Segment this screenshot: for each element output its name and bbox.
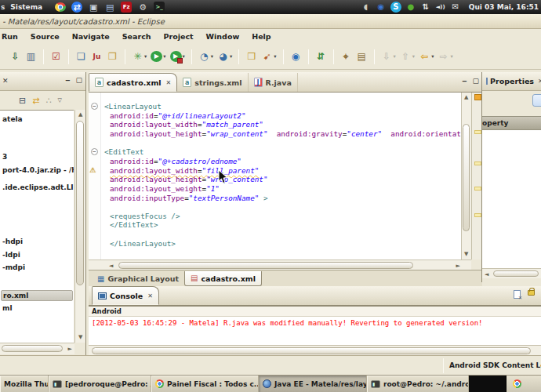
close-icon[interactable]: ✕ bbox=[2, 77, 9, 85]
minimize-icon[interactable]: ‒ bbox=[65, 76, 70, 84]
editor-tab-cadastro-xml[interactable]: acadastro.xml✕ bbox=[89, 73, 177, 92]
warning-marker[interactable] bbox=[474, 187, 481, 191]
collapse-all-icon[interactable]: ⊟ bbox=[19, 96, 26, 106]
scroll-right-icon[interactable]: ► bbox=[456, 263, 460, 269]
fold-collapse-icon[interactable]: − bbox=[91, 103, 98, 110]
tree-vscrollbar[interactable]: ▲ ▼ bbox=[74, 110, 85, 343]
properties-table-body[interactable] bbox=[482, 130, 541, 268]
page-tab-graphical-layout[interactable]: ▦Graphical Layout bbox=[92, 271, 184, 286]
leaf-icon[interactable]: ● bbox=[405, 2, 416, 13]
validate-icon[interactable]: ☑ bbox=[50, 49, 62, 64]
clear-console-icon[interactable] bbox=[514, 290, 521, 299]
import-icon[interactable]: ⇩ bbox=[9, 49, 21, 64]
system-menu[interactable]: Sistema bbox=[10, 3, 42, 11]
usb-device-icon[interactable]: ▤ bbox=[104, 2, 115, 13]
profile-icon[interactable]: ▶▾ bbox=[170, 49, 185, 64]
tree-hscrollbar[interactable]: ► bbox=[0, 343, 74, 354]
tree-item[interactable]: -hdpi bbox=[1, 237, 24, 246]
dropdown-arrow-icon[interactable]: ▾ bbox=[450, 54, 452, 60]
taskbar-black-window[interactable] bbox=[469, 376, 507, 392]
dropdown-arrow-icon[interactable]: ▾ bbox=[211, 54, 213, 60]
run-external-icon[interactable]: ◕▾ bbox=[217, 49, 232, 64]
dropdown-arrow-icon[interactable]: ▾ bbox=[163, 54, 165, 60]
properties-tabrow[interactable]: Properties ✕ bbox=[482, 72, 541, 91]
menu-source[interactable]: Source bbox=[24, 31, 66, 42]
close-icon[interactable]: ✕ bbox=[538, 78, 541, 85]
properties-toolbar-button[interactable] bbox=[532, 94, 541, 107]
warning-marker[interactable] bbox=[474, 130, 481, 134]
tree-item[interactable]: atela bbox=[1, 114, 24, 124]
console-tab[interactable]: Console ✕ bbox=[92, 286, 159, 305]
tree-item[interactable]: ro.xml bbox=[1, 290, 73, 301]
junit-icon[interactable]: Ju bbox=[91, 49, 103, 64]
close-icon[interactable]: ✕ bbox=[166, 79, 172, 86]
xml-editor[interactable]: <LinearLayoutandroid:id="@+id/linearLayo… bbox=[89, 93, 461, 260]
clock[interactable]: Qui 03 Mai, 16:51 bbox=[469, 3, 539, 11]
menu-help[interactable]: Help bbox=[245, 31, 277, 42]
menu-search[interactable]: Search bbox=[116, 31, 158, 42]
menu-project[interactable]: Project bbox=[158, 31, 200, 42]
link-with-editor-icon[interactable]: ⇄ bbox=[32, 96, 39, 106]
properties-hscrollbar[interactable]: ◄ bbox=[482, 268, 541, 278]
scroll-left-icon[interactable]: ◄ bbox=[109, 263, 113, 269]
filezilla-icon[interactable]: Fz bbox=[121, 2, 132, 13]
menu-run[interactable]: Run bbox=[0, 31, 24, 42]
run-icon[interactable]: ▶▾ bbox=[151, 49, 165, 64]
maximize-icon[interactable]: ▢ bbox=[75, 76, 82, 84]
skype-icon[interactable]: S bbox=[390, 2, 401, 13]
new-package-icon[interactable]: ❐ bbox=[107, 49, 118, 64]
warning-marker[interactable] bbox=[474, 213, 481, 217]
tree-item[interactable]: 3 bbox=[1, 152, 9, 162]
console-output[interactable]: Android [2012-05-03 16:45:29 - Matela] R… bbox=[89, 306, 541, 345]
externalize-strings-icon[interactable]: ▤ bbox=[356, 49, 368, 64]
terminal-icon[interactable]: >_ bbox=[154, 2, 165, 13]
tree-item[interactable]: -mdpi bbox=[1, 263, 27, 272]
browser-icon[interactable]: ◉ bbox=[376, 2, 387, 13]
filters-icon[interactable]: ∴ bbox=[45, 96, 51, 106]
save-all-icon[interactable]: ▥ bbox=[25, 49, 37, 64]
menu-window[interactable]: Window bbox=[200, 31, 246, 42]
web-browser-icon[interactable]: ◉ bbox=[290, 49, 302, 64]
dropdown-arrow-icon[interactable]: ▾ bbox=[230, 54, 232, 60]
tree-item[interactable]: .ide.eclipse.adt.LIBRA bbox=[1, 183, 74, 192]
minimize-icon[interactable]: ‒ bbox=[462, 77, 467, 85]
dropdown-arrow-icon[interactable]: ▾ bbox=[412, 54, 415, 60]
mail-icon[interactable]: ✉ bbox=[450, 2, 461, 13]
tree-item[interactable]: ml bbox=[1, 303, 13, 313]
external-tools-icon[interactable]: ◔▾ bbox=[198, 49, 213, 64]
editor-tab-strings-xml[interactable]: astrings.xml bbox=[177, 73, 248, 92]
network-arrows-icon[interactable]: ⇅ bbox=[420, 2, 431, 13]
taskbar-item[interactable]: Painel Fiscal : Todos c... bbox=[151, 376, 259, 392]
new-android-project-icon[interactable]: ⇵ bbox=[315, 49, 327, 64]
dropdown-arrow-icon[interactable]: ▾ bbox=[431, 54, 434, 60]
warning-icon[interactable]: ⚠ bbox=[89, 167, 96, 174]
close-icon[interactable]: ✕ bbox=[147, 292, 153, 299]
taskbar-item[interactable]: ▮[pedroroque@Pedro: /o... bbox=[49, 376, 151, 392]
tree-item[interactable]: port-4.0.jar.zip - /ho bbox=[1, 165, 74, 175]
new-java-project-icon[interactable]: ❏ bbox=[75, 49, 87, 64]
maximize-icon[interactable]: ▢ bbox=[472, 77, 479, 85]
scroll-up-icon[interactable]: ▲ bbox=[464, 95, 468, 100]
mark-occurrences-icon[interactable]: ⌖ bbox=[340, 49, 352, 64]
warning-summary-marker[interactable] bbox=[474, 94, 481, 100]
scroll-right-icon[interactable]: ► bbox=[68, 347, 72, 352]
debug-icon[interactable]: ✳▾ bbox=[132, 49, 147, 64]
launch-icon[interactable]: ➹▾ bbox=[261, 49, 276, 64]
view-menu-icon[interactable]: ▽ bbox=[57, 97, 61, 103]
scroll-down-icon[interactable]: ▼ bbox=[78, 335, 82, 340]
property-column-header[interactable]: Property bbox=[482, 116, 541, 130]
teamviewer-icon[interactable]: ⇄ bbox=[71, 2, 82, 13]
gimp-icon[interactable]: ◖ bbox=[361, 2, 372, 13]
taskbar-item[interactable]: ▮root@Pedro: ~/.android... bbox=[367, 376, 469, 392]
taskbar-item[interactable]: Mozilla Thu... bbox=[0, 376, 49, 392]
menu-navigate[interactable]: Navigate bbox=[66, 31, 116, 42]
page-tab-cadastro-xml[interactable]: ▤cadastro.xml bbox=[184, 271, 262, 286]
console-hscrollbar[interactable] bbox=[89, 345, 541, 355]
volume-icon[interactable]: ◄)) bbox=[435, 2, 446, 13]
warning-marker[interactable] bbox=[474, 162, 481, 165]
tree-item[interactable]: -ldpi bbox=[1, 250, 22, 260]
window-titlebar[interactable]: - Matela/res/layout/cadastro.xml - Eclip… bbox=[0, 14, 541, 29]
back-icon[interactable]: ⇦▾ bbox=[419, 49, 434, 64]
dropdown-arrow-icon[interactable]: ▾ bbox=[144, 54, 147, 60]
dropdown-arrow-icon[interactable]: ▾ bbox=[394, 54, 396, 60]
